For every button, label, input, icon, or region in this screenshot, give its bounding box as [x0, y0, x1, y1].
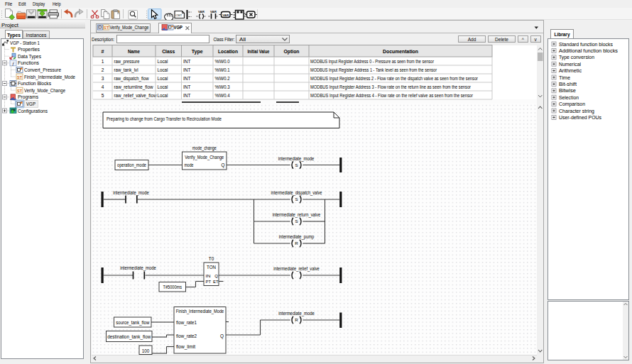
svg-text:Convert_Pressure: Convert_Pressure [24, 67, 61, 73]
svg-text:MODBUS Input Register Address: MODBUS Input Register Address 2 - Flow r… [310, 76, 479, 82]
svg-text:Local: Local [158, 93, 169, 98]
svg-text:#: # [102, 49, 104, 54]
svg-text:Numerical: Numerical [559, 61, 582, 66]
svg-text:Configurations: Configurations [18, 108, 48, 114]
svg-text:Types: Types [7, 33, 21, 38]
svg-text:All: All [239, 37, 246, 42]
svg-text:INT: INT [183, 59, 191, 64]
svg-text:INT: INT [183, 67, 191, 72]
svg-text:3: 3 [102, 76, 104, 81]
svg-text:Class: Class [162, 49, 175, 54]
svg-text:Local: Local [158, 59, 169, 64]
svg-text:INT: INT [183, 76, 191, 81]
svg-text:Standard function blocks: Standard function blocks [559, 41, 614, 46]
svg-text:%IW0.1: %IW0.1 [215, 67, 230, 72]
svg-text:MODBUS Input Register Address: MODBUS Input Register Address 1 - Tank l… [310, 67, 437, 73]
svg-text:Type conversion: Type conversion [559, 55, 594, 60]
svg-text:Functions: Functions [18, 60, 40, 65]
svg-text:ST: ST [17, 88, 23, 92]
svg-text:Function Blocks: Function Blocks [18, 81, 52, 86]
svg-text:Description:: Description: [92, 37, 114, 43]
svg-text:Library: Library [555, 32, 570, 38]
svg-text:raw_dispatch_flow: raw_dispatch_flow [114, 76, 149, 82]
svg-text:5: 5 [102, 93, 104, 98]
svg-text:Comparison: Comparison [559, 101, 585, 107]
svg-text:Documentation: Documentation [383, 49, 418, 54]
svg-text:1: 1 [102, 59, 104, 64]
svg-text:%IW0.4: %IW0.4 [215, 93, 230, 98]
svg-text:Arithmetic: Arithmetic [559, 68, 582, 73]
svg-text:%IW0.2: %IW0.2 [215, 76, 230, 81]
svg-text:MODBUS Input Register Address: MODBUS Input Register Address 4 - Flow r… [310, 93, 474, 99]
svg-text:ST: ST [104, 26, 109, 30]
svg-text:raw_returnline_flow: raw_returnline_flow [114, 84, 153, 90]
svg-text:INT: INT [183, 84, 191, 89]
svg-text:Class Filter:: Class Filter: [214, 37, 235, 42]
svg-text:Character string: Character string [559, 108, 594, 114]
svg-text:2: 2 [102, 67, 104, 72]
svg-text:Time: Time [559, 75, 570, 79]
svg-text:raw_tank_lvl: raw_tank_lvl [114, 67, 138, 73]
svg-text:Bitwise: Bitwise [559, 88, 576, 93]
svg-text:Verify_Mode_Change: Verify_Mode_Change [24, 87, 65, 93]
svg-text:VGP: VGP [174, 25, 183, 30]
svg-text:Bit-shift: Bit-shift [559, 81, 577, 86]
svg-text:Selection: Selection [559, 94, 579, 99]
svg-text:Verify_Mode_Change: Verify_Mode_Change [110, 25, 149, 31]
svg-text:Local: Local [158, 67, 169, 72]
svg-text:4: 4 [102, 84, 104, 89]
svg-text:Data Types: Data Types [18, 53, 42, 59]
svg-text:User-defined POUs: User-defined POUs [559, 114, 602, 119]
svg-text:%IW0.3: %IW0.3 [215, 84, 230, 89]
svg-text:raw_pressure: raw_pressure [114, 59, 140, 65]
svg-text:Option: Option [284, 49, 300, 55]
svg-text:MODBUS Input Register Address: MODBUS Input Register Address 3 - Flow r… [310, 84, 472, 90]
svg-text:Type: Type [192, 49, 203, 55]
svg-text:Local: Local [158, 76, 169, 81]
svg-text:Programs: Programs [18, 94, 39, 100]
svg-text:Additional function blocks: Additional function blocks [559, 48, 619, 53]
svg-text:Location: Location [218, 49, 238, 54]
svg-text:Properties: Properties [18, 47, 40, 53]
svg-text:ST: ST [17, 75, 23, 79]
svg-text:VGP: VGP [26, 101, 36, 106]
svg-text:INT: INT [183, 93, 191, 98]
svg-text:Finish_Intermediate_Mode: Finish_Intermediate_Mode [24, 74, 75, 79]
svg-text:%IW0.0: %IW0.0 [215, 59, 230, 64]
svg-text:Local: Local [158, 84, 169, 89]
svg-text:raw_relief_valve_flow: raw_relief_valve_flow [114, 93, 157, 99]
svg-text:MODBUS Input Register Address: MODBUS Input Register Address 0 - Pressu… [310, 59, 435, 65]
svg-text:Instances: Instances [26, 33, 48, 38]
svg-text:Name: Name [128, 49, 140, 54]
svg-text:Initial Value: Initial Value [248, 49, 270, 54]
svg-text:VGP - Station 1: VGP - Station 1 [10, 40, 40, 45]
